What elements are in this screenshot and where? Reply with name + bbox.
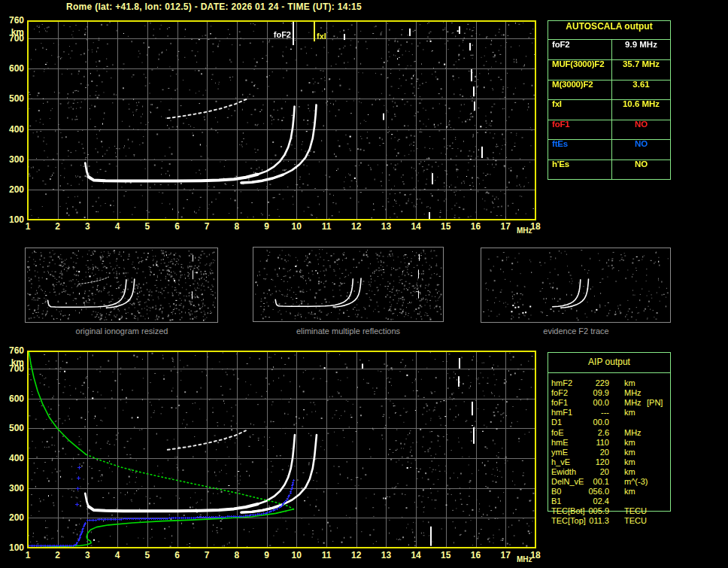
- x-tick-label: 11: [322, 551, 332, 560]
- autoscala-row-label: h'Es: [552, 159, 569, 169]
- aip-row-label: h_vE: [551, 457, 570, 466]
- autoscala-output-table: AUTOSCALA output foF29.9 MHzMUF(3000)F23…: [548, 20, 671, 180]
- y-tick-label: 200: [2, 513, 24, 522]
- autoscala-row-value: 3.61: [612, 80, 670, 89]
- x-tick-label: 13: [381, 551, 391, 560]
- thumbnail-evidence-f2-trace: [481, 248, 671, 323]
- aip-row-unit: m^(-3): [624, 477, 648, 486]
- autoscala-row-value: 10.6 MHz: [612, 99, 670, 108]
- x-tick-label: 13: [381, 222, 391, 231]
- x-tick-label: 14: [411, 222, 420, 231]
- aip-table-header-line: [548, 372, 670, 373]
- x-tick-label: 14: [411, 551, 420, 560]
- x-tick-label: 16: [471, 222, 481, 231]
- y-tick-label: 760: [2, 16, 24, 25]
- x-tick-label: 17: [501, 551, 511, 560]
- aip-row-value: 02.4: [570, 497, 609, 506]
- x-tick-label: 3: [85, 222, 90, 231]
- autoscala-row-MUF(3000)F2: MUF(3000)F235.7 MHz: [548, 59, 670, 79]
- y-axis-unit-label: km: [2, 357, 24, 368]
- aip-row-unit: MHz: [624, 398, 642, 407]
- x-axis-unit-label: MHz: [517, 555, 532, 563]
- aip-row-value: ---: [570, 408, 609, 417]
- x-tick-label: 4: [115, 551, 120, 560]
- x-tick-label: 10: [292, 222, 302, 231]
- y-tick-label: 100: [2, 215, 24, 224]
- autoscala-row-value: 35.7 MHz: [612, 59, 670, 68]
- x-tick-label: 2: [55, 222, 60, 231]
- aip-row-value: 20: [570, 448, 609, 457]
- aip-row-value: 00.0: [570, 418, 609, 427]
- autoscala-row-label: MUF(3000)F2: [552, 59, 604, 68]
- autoscala-row-foF2: foF29.9 MHz: [548, 40, 670, 59]
- autoscala-row-label: fxI: [552, 99, 562, 108]
- aip-row-label: B1: [551, 497, 561, 506]
- x-tick-label: 12: [351, 222, 361, 231]
- thumbnail-caption-original: original ionogram resized: [76, 327, 168, 336]
- aip-row-value: 00.0: [570, 398, 609, 407]
- aip-table-title: AIP output: [548, 357, 670, 367]
- aip-row-label: B0: [551, 487, 561, 496]
- aip-row-unit: MHz: [624, 428, 642, 437]
- foF2-marker-label: foF2: [274, 30, 291, 39]
- thumbnail-caption-evidence: evidence F2 trace: [543, 327, 608, 336]
- y-tick-label: 500: [2, 94, 24, 103]
- aip-row-unit: TECU: [624, 516, 647, 525]
- aip-row-value: 2.6: [570, 428, 609, 437]
- aip-row-label: hmF2: [551, 378, 572, 387]
- autoscala-row-label: M(3000)F2: [552, 80, 593, 89]
- autoscala-row-value: NO: [612, 120, 670, 129]
- y-axis-unit-label: km: [2, 27, 24, 38]
- x-tick-label: 12: [351, 551, 361, 560]
- x-tick-label: 7: [205, 222, 210, 231]
- autoscala-row-value: NO: [612, 139, 670, 148]
- aip-row-unit: km: [624, 408, 635, 417]
- y-tick-label: 400: [2, 125, 24, 134]
- autoscala-row-value: 9.9 MHz: [612, 40, 670, 49]
- y-tick-label: 500: [2, 424, 24, 433]
- x-axis-unit-label: MHz: [517, 226, 532, 235]
- x-tick-label: 1: [26, 551, 31, 560]
- autoscala-row-foF1: foF1NO: [548, 120, 670, 139]
- autoscala-table-title: AUTOSCALA output: [548, 21, 670, 40]
- y-tick-label: 760: [2, 346, 24, 355]
- x-tick-label: 8: [235, 551, 240, 560]
- x-tick-label: 6: [174, 222, 180, 231]
- autoscala-row-fxI: fxI10.6 MHz: [548, 99, 670, 119]
- aip-row-unit: MHz: [624, 388, 642, 397]
- aip-output-table: AIP output: [548, 352, 671, 512]
- aip-row-unit: km: [624, 378, 635, 387]
- aip-row-value: 20: [570, 467, 609, 476]
- aip-row-label: foE: [551, 428, 564, 437]
- station-date-time-title: Rome (lat: +41.8, lon: 012.5) - DATE: 20…: [66, 2, 362, 12]
- aip-row-value: 00.1: [570, 477, 609, 486]
- aip-row-label: hmF1: [551, 408, 572, 417]
- aip-row-unit: km: [624, 457, 635, 466]
- y-tick-label: 200: [2, 185, 24, 194]
- x-tick-label: 7: [205, 551, 210, 560]
- x-tick-label: 3: [85, 551, 90, 560]
- x-tick-label: 11: [322, 222, 332, 231]
- y-tick-label: 300: [2, 484, 24, 493]
- x-tick-label: 5: [144, 551, 150, 560]
- thumbnail-eliminate-multiples: [253, 247, 444, 322]
- y-tick-label: 600: [2, 64, 24, 73]
- fxI-marker-label: fxI: [317, 32, 326, 41]
- autoscala-row-M(3000)F2: M(3000)F23.61: [548, 80, 670, 99]
- x-tick-label: 15: [441, 551, 450, 560]
- x-tick-label: 10: [292, 551, 302, 560]
- aip-row-unit: km: [624, 467, 635, 476]
- aip-row-label: D1: [551, 418, 562, 427]
- autoscala-row-label: foF2: [552, 40, 569, 49]
- x-tick-label: 8: [235, 222, 240, 231]
- aip-row-label: ymE: [551, 448, 568, 457]
- aip-row-unit: km: [624, 438, 635, 447]
- thumbnail-original-ionogram: [25, 248, 218, 323]
- x-tick-label: 15: [441, 222, 450, 231]
- x-tick-label: 2: [55, 551, 60, 560]
- aip-row-value: 011.3: [570, 516, 609, 525]
- x-tick-label: 9: [264, 222, 269, 231]
- aip-row-label: hmE: [551, 438, 569, 447]
- autoscala-row-label: ftEs: [552, 139, 568, 148]
- y-tick-label: 300: [2, 155, 24, 164]
